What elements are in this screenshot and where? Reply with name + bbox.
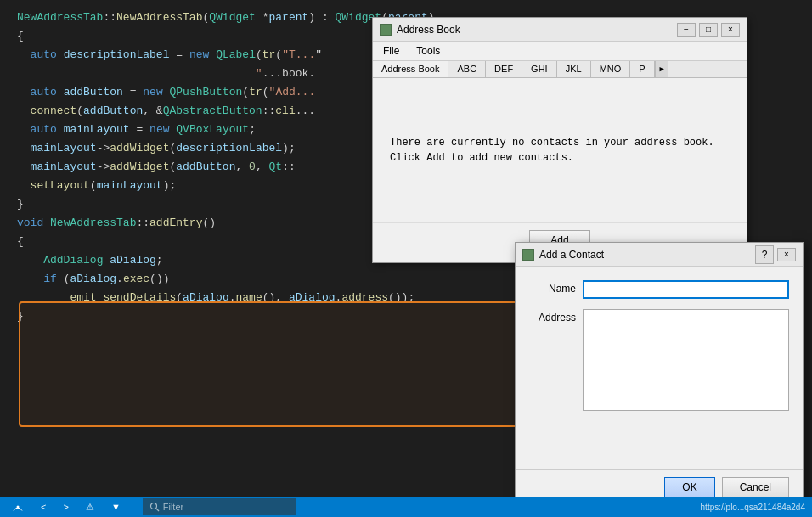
filter-dropdown[interactable]: ▼ [106,497,126,517]
svg-point-1 [150,503,156,509]
name-label: Name [529,280,576,295]
status-url: https://plo...qsa211484a2d4 [694,503,812,512]
filter-input[interactable] [163,502,282,512]
status-center [133,498,694,515]
address-book-tabbar: Address Book ABC DEF GHI JKL MNO P ▶ [373,61,747,78]
titlebar-controls: − □ × [677,23,740,37]
tab-p[interactable]: P [630,61,654,77]
address-book-titlebar: Address Book − □ × [373,18,747,42]
cancel-button[interactable]: Cancel [722,477,789,497]
contact-dialog-icon [522,249,534,261]
contact-titlebar-left: Add a Contact [522,249,604,261]
add-contact-dialog: Add a Contact ? × Name Address OK Cancel [515,242,804,505]
address-book-window-icon [380,24,392,36]
address-book-message: There are currently no contacts in your … [390,135,714,166]
ok-button[interactable]: OK [664,477,714,497]
status-bar: < > ⚠ ▼ https://plo...qsa211484a2d4 [0,497,812,517]
name-input[interactable] [583,280,789,299]
nav-forward[interactable]: > [58,497,73,517]
tab-jkl[interactable]: JKL [557,61,591,77]
menu-tools[interactable]: Tools [413,43,443,59]
menu-file[interactable]: File [380,43,403,59]
address-row: Address [529,309,789,411]
close-button[interactable]: × [721,23,740,37]
contact-form: Name Address [516,267,803,435]
tab-address-book[interactable]: Address Book [373,61,448,77]
address-book-menubar: File Tools [373,42,747,61]
address-book-content: There are currently no contacts in your … [373,78,747,222]
contact-close-button[interactable]: × [777,248,796,261]
filter-box [143,498,296,515]
code-highlight-block [19,301,527,427]
address-book-title: Address Book [397,24,460,36]
help-button[interactable]: ? [755,245,774,264]
tab-scroll-right[interactable]: ▶ [655,61,668,77]
nav-back[interactable]: < [36,497,51,517]
titlebar-left: Address Book [380,24,460,36]
tab-abc[interactable]: ABC [448,61,486,77]
address-input[interactable] [583,309,789,411]
warning-icon: ⚠ [81,497,99,517]
address-book-window: Address Book − □ × File Tools Address Bo… [372,17,747,263]
contact-dialog-titlebar: Add a Contact ? × [516,243,803,267]
contact-titlebar-controls: ? × [755,245,796,264]
address-label: Address [529,309,576,323]
tab-ghi[interactable]: GHI [522,61,557,77]
minimize-button[interactable]: − [677,23,696,37]
maximize-button[interactable]: □ [699,23,718,37]
status-left: < > ⚠ ▼ [0,497,133,517]
tab-mno[interactable]: MNO [591,61,631,77]
contact-dialog-title: Add a Contact [539,249,604,261]
name-row: Name [529,280,789,299]
svg-line-2 [156,509,159,511]
tab-def[interactable]: DEF [486,61,522,77]
network-icon [7,497,29,517]
